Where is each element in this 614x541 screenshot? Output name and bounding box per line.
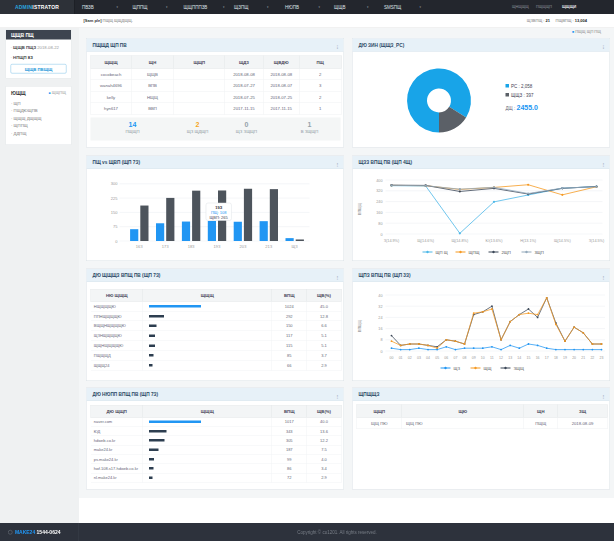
svg-text:3ЩП: 3ЩП [535,250,544,255]
svg-text:ЩПЩ: ЩПЩ [469,250,480,255]
svg-text:19З: 19З [214,244,221,249]
svg-text:21: 21 [581,356,585,360]
svg-text:225: 225 [111,196,118,201]
svg-text:16: 16 [536,356,540,360]
svg-text:400: 400 [376,179,382,183]
svg-text:ВПЩЩ: ВПЩЩ [358,319,362,332]
svg-text:03: 03 [417,356,421,360]
svg-text:04: 04 [426,356,430,360]
svg-text:ВПЩЩ: ВПЩЩ [358,202,362,215]
svg-text:09: 09 [472,356,476,360]
svg-text:75: 75 [113,224,118,229]
svg-text:16З: 16З [136,244,143,249]
svg-text:320: 320 [376,189,382,193]
svg-text:Щ(14.5%): Щ(14.5%) [554,239,571,243]
svg-text:0: 0 [380,233,382,237]
svg-text:06: 06 [444,356,448,360]
svg-text:20З: 20З [239,244,246,249]
svg-text:300: 300 [111,181,118,186]
svg-text:07: 07 [453,356,457,360]
svg-text:Н(13.1%): Н(13.1%) [520,239,537,243]
svg-text:ЩВП: 265: ЩВП: 265 [210,215,229,220]
svg-text:ЗЩЩ: ЗЩЩ [514,366,525,371]
svg-text:0: 0 [115,239,118,244]
svg-text:40: 40 [378,294,382,298]
svg-text:160: 160 [376,211,382,215]
svg-text:150: 150 [111,210,118,215]
svg-text:Ю(13.6%): Ю(13.6%) [486,239,504,243]
svg-text:23: 23 [600,356,604,360]
svg-text:ЩЩ: ЩЩ [484,366,492,371]
svg-text:12: 12 [499,356,503,360]
svg-text:17З: 17З [162,244,169,249]
svg-text:14: 14 [517,356,521,360]
svg-text:20: 20 [572,356,576,360]
svg-text:13: 13 [508,356,512,360]
svg-text:08: 08 [463,356,467,360]
svg-text:0: 0 [380,350,382,354]
svg-text:8: 8 [380,338,382,342]
svg-text:З(14.9%): З(14.9%) [384,239,400,243]
svg-text:22: 22 [590,356,594,360]
svg-text:80: 80 [378,222,382,226]
svg-text:ЩЗ: ЩЗ [454,366,461,371]
svg-text:18: 18 [554,356,558,360]
svg-text:32: 32 [378,305,382,309]
svg-text:01: 01 [399,356,403,360]
svg-text:10: 10 [481,356,485,360]
svg-text:ЩЗ: ЩЗ [292,244,299,249]
svg-text:11: 11 [490,356,494,360]
svg-text:18З: 18З [188,244,195,249]
svg-text:ЩП Щ: ЩП Щ [436,250,448,255]
svg-text:З(14.5%): З(14.5%) [589,239,605,243]
svg-text:24: 24 [378,316,382,320]
svg-text:Щ(14.6%): Щ(14.6%) [417,239,434,243]
svg-text:00: 00 [390,356,394,360]
svg-text:02: 02 [408,356,412,360]
svg-text:240: 240 [376,200,382,204]
svg-text:05: 05 [435,356,439,360]
svg-text:19: 19 [563,356,567,360]
svg-text:16: 16 [378,327,382,331]
svg-text:17: 17 [545,356,549,360]
svg-text:2ЩП: 2ЩП [502,250,511,255]
svg-text:15: 15 [527,356,531,360]
svg-text:21З: 21З [265,244,272,249]
svg-text:Щ(14.8%): Щ(14.8%) [452,239,469,243]
